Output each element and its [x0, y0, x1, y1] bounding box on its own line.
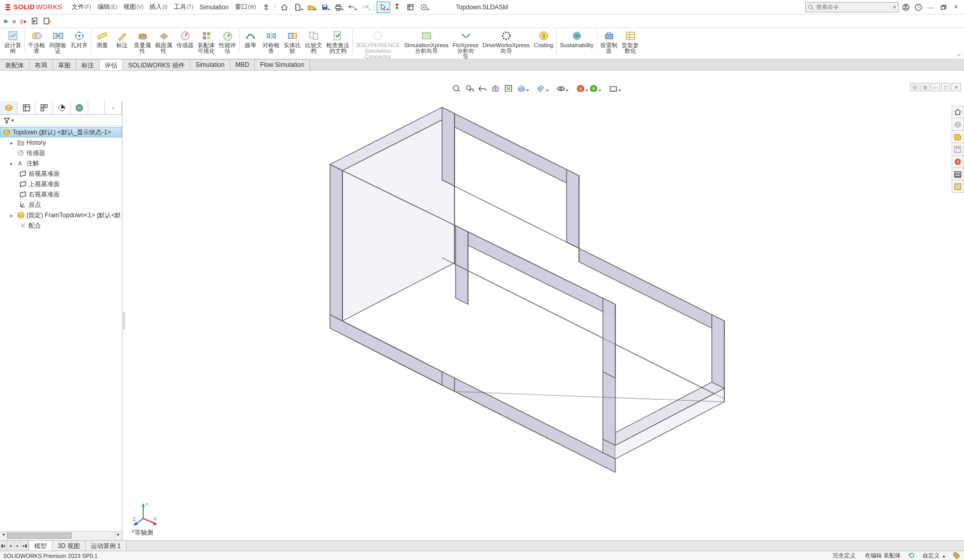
- compare-bodies-button[interactable]: 实体比 较: [283, 29, 302, 54]
- subwin-restore[interactable]: □: [941, 83, 951, 91]
- tree-origin[interactable]: 原点: [0, 200, 122, 210]
- print-icon[interactable]: [332, 2, 345, 13]
- check-active-button[interactable]: 检查激活 的文档: [325, 29, 350, 54]
- search-commands-input[interactable]: 搜索命令 ▾: [805, 2, 899, 12]
- new-icon[interactable]: [291, 2, 305, 13]
- tree-mates[interactable]: 配合: [0, 220, 122, 231]
- ribbon-expand-icon[interactable]: ⌵: [957, 50, 961, 58]
- sustainability-button[interactable]: Sustainability: [559, 29, 595, 49]
- tree-component[interactable]: ▸(固定) FramTopdown<1> (默认<默: [0, 210, 122, 220]
- menu-simulation[interactable]: Simulation: [197, 2, 232, 12]
- window-minimize[interactable]: —: [926, 2, 936, 12]
- markup-button[interactable]: 标注: [113, 29, 131, 49]
- menu-pin-icon[interactable]: [259, 2, 273, 13]
- tab-evaluate[interactable]: 评估: [100, 59, 123, 70]
- first-tab-icon[interactable]: ▮◂: [0, 541, 7, 551]
- taskpane-forum-icon[interactable]: [952, 180, 964, 193]
- tree-right-plane[interactable]: 右视基准面: [0, 189, 122, 200]
- fm-expand-icon[interactable]: ›: [104, 101, 122, 114]
- graphics-viewport[interactable]: Y X Z *等轴测: [126, 92, 952, 540]
- tree-root[interactable]: Topdown (默认) <默认_显示状态-1>: [0, 127, 122, 137]
- section-props-button[interactable]: 截面属 性: [154, 29, 173, 54]
- status-reload-icon[interactable]: [908, 552, 915, 560]
- curvature-button[interactable]: 曲率: [242, 29, 259, 49]
- measure-button[interactable]: 测量: [93, 29, 111, 49]
- tree-annotations[interactable]: ▸A注解: [0, 158, 122, 169]
- select-icon[interactable]: [377, 2, 390, 13]
- tree-history[interactable]: ▸History: [0, 137, 122, 148]
- home-icon[interactable]: [278, 2, 291, 13]
- tab-sketch[interactable]: 草图: [53, 59, 76, 70]
- tab-flowsim[interactable]: Flow Simulation: [255, 59, 310, 70]
- tree-filter-bar[interactable]: ▾: [0, 115, 122, 126]
- last-tab-icon[interactable]: ▸▮: [21, 541, 29, 551]
- subwin-minimize[interactable]: —: [931, 83, 940, 91]
- bottom-tab-3dview[interactable]: 3D 视图: [52, 541, 86, 551]
- taskpane-library-icon[interactable]: [952, 131, 964, 143]
- bottom-tab-motion[interactable]: 运动算例 1: [86, 541, 127, 551]
- status-custom[interactable]: 自定义: [922, 552, 940, 559]
- subwin-collapse-icon[interactable]: ⊟: [910, 83, 919, 91]
- menu-file[interactable]: 文件(F): [68, 1, 94, 13]
- menu-insert[interactable]: 插入(I): [146, 1, 170, 13]
- menu-window[interactable]: 窗口(W): [232, 1, 259, 13]
- costing-button[interactable]: $Costing: [533, 29, 554, 49]
- design-study-button[interactable]: 设计算 例: [3, 29, 22, 54]
- floxpress-button[interactable]: FloXpress 分析向 导: [452, 29, 480, 60]
- menu-tools[interactable]: 工具(T): [171, 1, 197, 13]
- options-icon[interactable]: [404, 2, 417, 13]
- interference-button[interactable]: 干涉检 查: [27, 29, 46, 54]
- tab-layout[interactable]: 布局: [30, 59, 53, 70]
- window-close[interactable]: ✕: [951, 2, 961, 12]
- record-pause-icon[interactable]: ||●: [20, 18, 26, 24]
- taskpane-view-palette-icon[interactable]: [952, 143, 964, 156]
- menu-view[interactable]: 视图(V): [120, 1, 146, 13]
- left-panel-scrollbar[interactable]: ◂ ▸: [0, 531, 122, 540]
- fm-tree-tab-icon[interactable]: [0, 101, 18, 114]
- taskpane-resources-icon[interactable]: [952, 118, 964, 131]
- fm-config-tab-icon[interactable]: [35, 101, 53, 114]
- mass-props-button[interactable]: 质量属 性: [133, 29, 152, 54]
- status-tag-icon[interactable]: [953, 552, 961, 560]
- subwin-close[interactable]: ✕: [952, 83, 961, 91]
- settings-gear-icon[interactable]: [417, 2, 431, 13]
- subwin-expand-icon[interactable]: ⊞: [920, 83, 930, 91]
- tab-markup[interactable]: 标注: [76, 59, 100, 70]
- save-icon[interactable]: [318, 2, 332, 13]
- next-tab-icon[interactable]: ▸: [15, 541, 22, 551]
- asm-vis-button[interactable]: 装配体 可视化: [197, 29, 216, 54]
- undo-icon[interactable]: [345, 2, 359, 13]
- taskpane-custom-props-icon[interactable]: [952, 168, 964, 180]
- fm-render-tab-icon[interactable]: [71, 101, 88, 114]
- taskpane-appearances-icon[interactable]: [952, 156, 964, 168]
- edit-macro-icon[interactable]: [43, 17, 51, 26]
- tree-sensors[interactable]: 传感器: [0, 148, 122, 158]
- bottom-tab-model[interactable]: 模型: [29, 541, 52, 551]
- on-demand-mfg-button[interactable]: 按需制 造: [599, 29, 618, 54]
- play-icon[interactable]: ▶: [4, 18, 8, 24]
- compare-docs-button[interactable]: 比较文 档: [304, 29, 323, 54]
- simxpress-button[interactable]: SimulationXpress 分析向导: [403, 29, 450, 54]
- hole-align-button[interactable]: 孔对齐: [70, 29, 89, 49]
- user-account-icon[interactable]: [901, 2, 911, 12]
- fm-prop-tab-icon[interactable]: [18, 101, 35, 114]
- driveworks-button[interactable]: DriveWorksXpress 向导: [481, 29, 531, 54]
- window-restore[interactable]: [938, 2, 948, 12]
- open-icon[interactable]: [305, 2, 318, 13]
- tree-front-plane[interactable]: 前视基准面: [0, 169, 122, 179]
- perf-eval-button[interactable]: 性能评 估: [218, 29, 237, 54]
- symmetry-button[interactable]: 对称检 查: [261, 29, 281, 54]
- tab-mbd[interactable]: MBD: [230, 59, 255, 70]
- shelf-param-button[interactable]: 货架参 数化: [621, 29, 640, 54]
- clearance-button[interactable]: 间隙验 证: [48, 29, 67, 54]
- tab-addins[interactable]: SOLIDWORKS 插件: [123, 59, 190, 70]
- stop-icon[interactable]: ■: [12, 18, 16, 24]
- menu-edit[interactable]: 编辑(E): [94, 1, 120, 13]
- redo-icon[interactable]: [359, 2, 372, 13]
- tree-top-plane[interactable]: 上视基准面: [0, 179, 122, 189]
- help-icon[interactable]: ?: [913, 2, 924, 12]
- taskpane-home-icon[interactable]: [952, 106, 964, 118]
- tab-assembly[interactable]: 装配体: [0, 59, 30, 70]
- tab-simulation[interactable]: Simulation: [190, 59, 230, 70]
- prev-tab-icon[interactable]: ◂: [7, 541, 15, 551]
